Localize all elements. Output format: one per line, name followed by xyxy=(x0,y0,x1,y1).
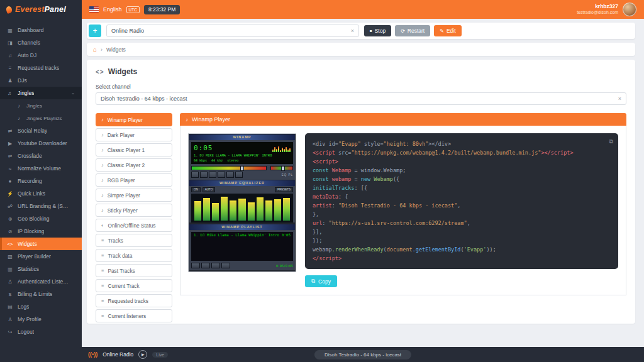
sidebar-item-icon: ⚡ xyxy=(7,191,13,197)
sidebar-item[interactable]: ▦ Dashboard xyxy=(0,24,82,36)
widget-list-item[interactable]: ♪ Simpre Player xyxy=(96,189,172,202)
widget-list-item[interactable]: ♪ RGB Player xyxy=(96,173,172,187)
sidebar-item[interactable]: ☍ URL Branding & (SSL) xyxy=(0,200,82,212)
widget-item-icon: ♪ xyxy=(101,147,104,153)
channel-actions: ■Stop ⟳Restart ✎Edit xyxy=(364,25,462,36)
winamp-playlist-track-time: 0:05 xyxy=(282,233,291,260)
channel-select[interactable]: Online Radio × xyxy=(106,25,359,37)
sidebar-item-label: Normalize Volume xyxy=(18,165,61,172)
widget-list-item[interactable]: ≡ Current Track xyxy=(96,279,172,292)
sidebar-item-label: Jingles xyxy=(18,90,34,96)
widget-item-icon: ≡ xyxy=(101,253,104,258)
winamp-visualizer xyxy=(272,146,291,152)
edit-button[interactable]: ✎Edit xyxy=(434,25,461,36)
restart-button[interactable]: ⟳Restart xyxy=(395,25,430,36)
select-clear-icon[interactable]: × xyxy=(351,28,354,34)
sidebar-item-label: Jingles Playlists xyxy=(26,116,62,121)
sidebar-item[interactable]: ⊕ Geo Blocking xyxy=(0,212,82,225)
sidebar-item[interactable]: ▧ Player Builder xyxy=(0,250,82,263)
station-select[interactable]: Disoh Testradio - 64 kbps - icecast × xyxy=(96,92,626,105)
widgets-page: <> Widgets Select channel Disoh Testradi… xyxy=(87,60,635,324)
language-selector[interactable]: English xyxy=(103,6,122,13)
user-menu[interactable]: krhbz327 testradio@disoh.com xyxy=(577,3,636,16)
page-title: <> Widgets xyxy=(96,67,626,76)
widget-item-label: Online/Offline Status xyxy=(108,222,156,229)
sidebar-item[interactable]: ◨ Channels xyxy=(0,36,82,49)
user-email: testradio@disoh.com xyxy=(577,10,618,16)
sidebar-item[interactable]: <> Widgets xyxy=(0,238,82,250)
sidebar-item-label: Dashboard xyxy=(18,27,44,33)
winamp-volume-slider xyxy=(191,166,267,170)
sidebar-item[interactable]: ⇌ Crossfade xyxy=(0,150,82,162)
winamp-eq-sliders xyxy=(191,194,293,222)
widget-item-label: Classic Player 2 xyxy=(108,162,145,168)
copy-button[interactable]: ⧉ Copy xyxy=(305,275,337,287)
winamp-equalizer-window: WINAMP EQUALIZER ON AUTO PRESETS xyxy=(189,180,295,222)
sidebar-item[interactable]: ⊘ IP Blocking xyxy=(0,225,82,238)
sidebar-item-icon: ♙ xyxy=(7,317,13,322)
add-channel-button[interactable]: + xyxy=(89,25,101,37)
sidebar-item[interactable]: ♙ My Profile xyxy=(0,313,82,326)
sidebar-item[interactable]: ▥ Statistics xyxy=(0,263,82,275)
embed-code-block: ⧉ <div id="Evapp" style="height: 80vh"><… xyxy=(305,133,618,269)
copy-code-icon[interactable]: ⧉ xyxy=(609,137,613,146)
widget-list-item[interactable]: ≡ Past Tracks xyxy=(96,264,172,277)
sidebar-item-icon: ♬ xyxy=(7,90,13,96)
sidebar-item[interactable]: ♟ DJs xyxy=(0,74,82,87)
widget-list-item[interactable]: ◐ Online/Offline Status xyxy=(96,219,172,232)
sidebar: EverestPanel ▦ Dashboard ◨ Channels ♫ Au… xyxy=(0,0,82,362)
sidebar-item-icon: ≡ xyxy=(7,65,13,71)
sidebar-item[interactable]: ⚡ Quick Links xyxy=(0,187,82,200)
winamp-playlist-track: 1. DJ Mike Llama - Llama Whippin' Intro xyxy=(194,233,279,260)
widget-list-item[interactable]: ≡ Current listeners xyxy=(96,309,172,322)
channel-select-value: Online Radio xyxy=(111,28,144,34)
sidebar-item[interactable]: ≡ Requested tracks xyxy=(0,62,82,74)
sidebar-item[interactable]: ♪ Jingles Playlists xyxy=(0,112,82,124)
widget-item-label: Tracks xyxy=(108,238,123,244)
sidebar-item-icon: ▥ xyxy=(7,266,13,272)
home-icon[interactable]: ⌂ xyxy=(93,46,97,53)
winamp-playlist-buttons: 0:05/0:05 xyxy=(189,263,295,270)
select-clear-icon[interactable]: × xyxy=(618,96,621,102)
widget-list-item[interactable]: ♪ Winamp Player xyxy=(96,113,172,126)
app-logo[interactable]: EverestPanel xyxy=(0,0,82,19)
sidebar-item-icon: ▤ xyxy=(7,304,13,310)
widget-list-item[interactable]: ♪ Sticky Player xyxy=(96,204,172,217)
sidebar-item[interactable]: ↪ Logout xyxy=(0,326,82,338)
sidebar-item[interactable]: ⇄ Social Relay xyxy=(0,124,82,137)
widget-list-item[interactable]: ≡ Requested tracks xyxy=(96,294,172,307)
winamp-player-preview[interactable]: WINAMP 0:05 1. DJ MIKE LLAMA - LLAMA WHI… xyxy=(188,133,296,272)
live-badge: Live xyxy=(152,352,168,358)
sidebar-item[interactable]: ♪ Jingles xyxy=(0,99,82,112)
copy-icon: ⧉ xyxy=(311,278,315,285)
widget-item-icon: ≡ xyxy=(101,283,104,288)
sidebar-item[interactable]: ♙ Authenticated Listeners xyxy=(0,275,82,288)
sidebar-item-icon: <> xyxy=(7,241,13,247)
sidebar-item-label: Statistics xyxy=(18,266,39,272)
topbar: English UTC 8:23:32 PM krhbz327 testradi… xyxy=(82,0,644,19)
widget-list-item[interactable]: ♪ Dark Player xyxy=(96,128,172,141)
play-icon: ▶ xyxy=(142,353,145,356)
sidebar-item-icon: ♪ xyxy=(16,103,22,109)
sidebar-item[interactable]: ▤ Logs xyxy=(0,300,82,313)
widget-list-item[interactable]: ≡ Tracks xyxy=(96,234,172,247)
sidebar-item[interactable]: ● Recording xyxy=(0,175,82,187)
avatar[interactable] xyxy=(623,3,636,16)
sidebar-item[interactable]: ▶ Youtube Downloader xyxy=(0,137,82,150)
widget-list-item[interactable]: ♪ Classic Player 1 xyxy=(96,143,172,156)
sidebar-item[interactable]: ≈ Normalize Volume xyxy=(0,162,82,175)
sidebar-item[interactable]: $ Billing & Limits xyxy=(0,288,82,300)
widget-item-icon: ≡ xyxy=(101,313,104,319)
stop-button[interactable]: ■Stop xyxy=(364,25,391,36)
play-button[interactable]: ▶ xyxy=(138,350,147,359)
sidebar-item-icon: ▧ xyxy=(7,254,13,260)
sidebar-item-icon: ▶ xyxy=(7,141,13,146)
widget-list-item[interactable]: ♪ Classic Player 2 xyxy=(96,158,172,172)
sidebar-item-label: Authenticated Listeners xyxy=(18,278,70,285)
sidebar-item[interactable]: ♬ Jingles ⌄ xyxy=(0,87,82,99)
widget-list-item[interactable]: ≡ Track data xyxy=(96,249,172,262)
sidebar-item-icon: ⊕ xyxy=(7,216,13,222)
widget-list: ♪ Winamp Player ♪ Dark Player ♪ Classic … xyxy=(96,113,172,324)
sidebar-item[interactable]: ♫ Auto DJ xyxy=(0,49,82,62)
preview-header: ♪ Winamp Player xyxy=(180,113,626,126)
